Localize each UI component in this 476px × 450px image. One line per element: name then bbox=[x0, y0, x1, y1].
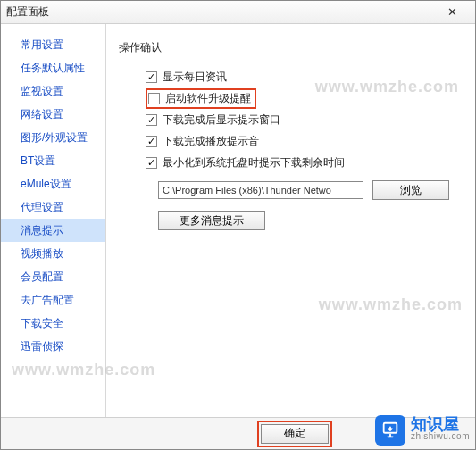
ok-button[interactable]: 确定 bbox=[261, 424, 329, 444]
option-label-0: 显示每日资讯 bbox=[163, 70, 227, 85]
close-button[interactable]: ✕ bbox=[434, 4, 470, 21]
sidebar: 常用设置任务默认属性监视设置网络设置图形/外观设置BT设置eMule设置代理设置… bbox=[1, 24, 106, 417]
option-label-3: 下载完成播放提示音 bbox=[163, 134, 259, 149]
dialog-body: 常用设置任务默认属性监视设置网络设置图形/外观设置BT设置eMule设置代理设置… bbox=[1, 24, 475, 417]
sidebar-item-12[interactable]: 下载安全 bbox=[1, 312, 105, 335]
option-row-4: 最小化到系统托盘时提示下载剩余时间 bbox=[146, 154, 466, 171]
sidebar-item-11[interactable]: 去广告配置 bbox=[1, 288, 105, 312]
titlebar: 配置面板 ✕ bbox=[1, 1, 475, 24]
brand-icon bbox=[375, 415, 405, 446]
sidebar-item-8[interactable]: 消息提示 bbox=[1, 219, 105, 242]
brand-domain: zhishiwu.com bbox=[411, 430, 470, 443]
section-title: 操作确认 bbox=[119, 40, 466, 55]
more-notifications-button[interactable]: 更多消息提示 bbox=[158, 211, 265, 230]
option-row-1: 启动软件升级提醒 bbox=[146, 89, 466, 107]
sidebar-item-10[interactable]: 会员配置 bbox=[1, 265, 105, 288]
highlight-box: 启动软件升级提醒 bbox=[146, 88, 256, 109]
path-row: 浏览 bbox=[158, 180, 466, 200]
sidebar-item-6[interactable]: eMule设置 bbox=[1, 172, 105, 196]
sidebar-item-1[interactable]: 任务默认属性 bbox=[1, 56, 105, 79]
sidebar-item-5[interactable]: BT设置 bbox=[1, 149, 105, 172]
sidebar-item-4[interactable]: 图形/外观设置 bbox=[1, 126, 105, 149]
brand-text: 知识屋 zhishiwu.com bbox=[411, 418, 470, 443]
ok-highlight: 确定 bbox=[257, 421, 332, 447]
option-row-0: 显示每日资讯 bbox=[146, 68, 466, 86]
browse-button[interactable]: 浏览 bbox=[372, 180, 449, 200]
checkbox-3[interactable] bbox=[146, 136, 157, 147]
option-label-2: 下载完成后显示提示窗口 bbox=[163, 112, 280, 128]
sidebar-item-13[interactable]: 迅雷侦探 bbox=[1, 335, 105, 358]
option-row-2: 下载完成后显示提示窗口 bbox=[146, 111, 466, 129]
sidebar-item-9[interactable]: 视频播放 bbox=[1, 242, 105, 265]
option-row-3: 下载完成播放提示音 bbox=[146, 132, 466, 150]
options-list: 显示每日资讯启动软件升级提醒下载完成后显示提示窗口下载完成播放提示音最小化到系统… bbox=[119, 68, 466, 171]
sidebar-item-3[interactable]: 网络设置 bbox=[1, 103, 105, 126]
checkbox-4[interactable] bbox=[146, 157, 157, 169]
brand-name: 知识屋 bbox=[411, 418, 470, 430]
content-panel: 操作确认 显示每日资讯启动软件升级提醒下载完成后显示提示窗口下载完成播放提示音最… bbox=[106, 24, 475, 417]
dialog-window: www.wmzhe.com www.wmzhe.com www.wmzhe.co… bbox=[0, 0, 476, 450]
sidebar-item-7[interactable]: 代理设置 bbox=[1, 196, 105, 219]
option-label-1: 启动软件升级提醒 bbox=[165, 91, 251, 106]
option-label-4: 最小化到系统托盘时提示下载剩余时间 bbox=[163, 155, 345, 171]
more-row: 更多消息提示 bbox=[158, 211, 466, 230]
sound-path-input[interactable] bbox=[158, 181, 363, 199]
brand-badge: 知识屋 zhishiwu.com bbox=[375, 415, 470, 446]
checkbox-2[interactable] bbox=[146, 114, 157, 126]
sidebar-item-2[interactable]: 监视设置 bbox=[1, 79, 105, 103]
sidebar-item-0[interactable]: 常用设置 bbox=[1, 33, 105, 56]
checkbox-0[interactable] bbox=[146, 71, 157, 83]
window-title: 配置面板 bbox=[6, 4, 434, 20]
checkbox-1[interactable] bbox=[148, 93, 160, 104]
